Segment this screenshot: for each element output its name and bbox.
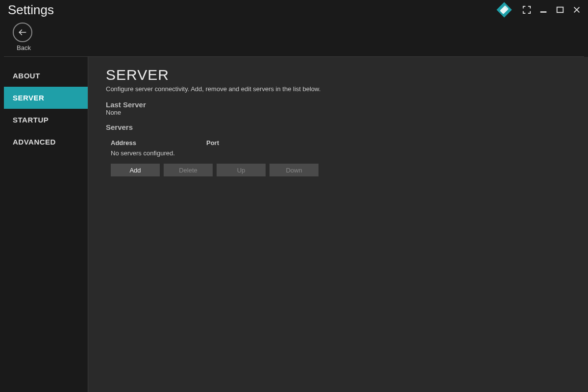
- sidebar-item-server[interactable]: SERVER: [4, 87, 88, 109]
- window-title: Settings: [8, 2, 54, 18]
- app-logo-icon: [496, 1, 513, 18]
- window-controls: [496, 1, 582, 18]
- fullscreen-icon[interactable]: [521, 4, 532, 15]
- column-port: Port: [206, 139, 280, 147]
- sidebar: ABOUT SERVER STARTUP ADVANCED: [0, 57, 88, 392]
- sidebar-item-about[interactable]: ABOUT: [4, 65, 88, 87]
- servers-label: Servers: [106, 123, 570, 131]
- back-button[interactable]: [13, 23, 32, 42]
- maximize-icon[interactable]: [555, 4, 565, 15]
- back-label: Back: [17, 44, 584, 51]
- down-button[interactable]: Down: [270, 164, 318, 176]
- back-row: Back: [4, 20, 584, 57]
- last-server-label: Last Server: [106, 100, 570, 109]
- servers-empty-message: No servers configured.: [111, 149, 570, 157]
- minimize-icon[interactable]: [538, 4, 549, 15]
- servers-table: Address Port No servers configured. Add …: [111, 136, 570, 176]
- up-button[interactable]: Up: [217, 164, 266, 176]
- page-title: SERVER: [106, 67, 570, 83]
- page-description: Configure server connectivity. Add, remo…: [106, 85, 570, 93]
- sidebar-item-advanced[interactable]: ADVANCED: [4, 131, 88, 153]
- last-server-value: None: [106, 109, 570, 116]
- add-button[interactable]: Add: [111, 164, 160, 176]
- titlebar: Settings: [0, 0, 588, 20]
- column-address: Address: [111, 139, 206, 147]
- svg-rect-4: [557, 7, 564, 13]
- delete-button[interactable]: Delete: [164, 164, 213, 176]
- servers-table-header: Address Port: [111, 136, 570, 149]
- sidebar-item-startup[interactable]: STARTUP: [4, 109, 88, 131]
- servers-button-row: Add Delete Up Down: [111, 164, 570, 176]
- main-panel: SERVER Configure server connectivity. Ad…: [88, 57, 588, 392]
- close-icon[interactable]: [571, 4, 582, 15]
